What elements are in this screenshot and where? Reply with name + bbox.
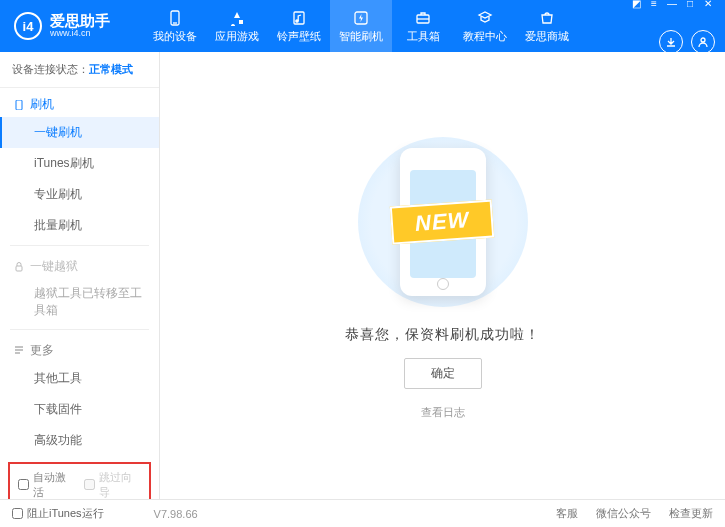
svg-rect-9 — [16, 266, 22, 271]
nav-tutorial[interactable]: 教程中心 — [454, 0, 516, 52]
window-controls: ◩ ≡ — □ ✕ — [629, 0, 715, 8]
svg-point-7 — [701, 38, 705, 42]
nav-toolbox[interactable]: 工具箱 — [392, 0, 454, 52]
section-more[interactable]: 更多 — [0, 334, 159, 363]
logo-icon: i4 — [14, 12, 42, 40]
footer-support[interactable]: 客服 — [556, 506, 578, 521]
options-highlighted: 自动激活 跳过向导 — [8, 462, 151, 499]
svg-rect-8 — [16, 100, 22, 110]
success-message: 恭喜您，保资料刷机成功啦！ — [345, 326, 540, 344]
nav-store[interactable]: 爱思商城 — [516, 0, 578, 52]
skin-icon[interactable]: ◩ — [629, 0, 643, 8]
app-title: 爱思助手 — [50, 13, 110, 30]
minimize-button[interactable]: — — [665, 0, 679, 8]
version-label: V7.98.66 — [154, 508, 198, 520]
svg-rect-2 — [294, 12, 304, 24]
nav-apps[interactable]: 应用游戏 — [206, 0, 268, 52]
menu-icon[interactable]: ≡ — [647, 0, 661, 8]
lock-icon — [14, 262, 24, 272]
checkbox-auto-activate[interactable]: 自动激活 — [18, 470, 76, 499]
list-icon — [14, 345, 24, 355]
sidebar-item-batch[interactable]: 批量刷机 — [0, 210, 159, 241]
success-illustration: NEW — [343, 132, 543, 312]
maximize-button[interactable]: □ — [683, 0, 697, 8]
sidebar-item-itunes[interactable]: iTunes刷机 — [0, 148, 159, 179]
sidebar-item-pro[interactable]: 专业刷机 — [0, 179, 159, 210]
section-jailbreak: 一键越狱 — [0, 250, 159, 279]
footer-check-update[interactable]: 检查更新 — [669, 506, 713, 521]
main-content: NEW 恭喜您，保资料刷机成功啦！ 确定 查看日志 — [160, 52, 725, 499]
tutorial-icon — [476, 9, 494, 27]
nav-ringtone[interactable]: 铃声壁纸 — [268, 0, 330, 52]
device-icon — [166, 9, 184, 27]
sidebar: 设备连接状态：正常模式 刷机 一键刷机 iTunes刷机 专业刷机 批量刷机 一… — [0, 52, 160, 499]
sidebar-item-jailbreak-moved: 越狱工具已转移至工具箱 — [0, 279, 159, 325]
close-button[interactable]: ✕ — [701, 0, 715, 8]
footer-wechat[interactable]: 微信公众号 — [596, 506, 651, 521]
nav-my-device[interactable]: 我的设备 — [144, 0, 206, 52]
ok-button[interactable]: 确定 — [404, 358, 482, 389]
user-button[interactable] — [691, 30, 715, 54]
top-nav: 我的设备 应用游戏 铃声壁纸 智能刷机 工具箱 教程中心 爱思商城 — [144, 0, 578, 52]
section-flash[interactable]: 刷机 — [0, 88, 159, 117]
download-button[interactable] — [659, 30, 683, 54]
store-icon — [538, 9, 556, 27]
new-ribbon: NEW — [390, 199, 495, 244]
connection-status: 设备连接状态：正常模式 — [0, 52, 159, 88]
sidebar-item-other-tools[interactable]: 其他工具 — [0, 363, 159, 394]
checkbox-skip-guide[interactable]: 跳过向导 — [84, 470, 142, 499]
sidebar-item-download-fw[interactable]: 下载固件 — [0, 394, 159, 425]
app-logo: i4 爱思助手 www.i4.cn — [0, 12, 124, 40]
view-log-link[interactable]: 查看日志 — [421, 405, 465, 420]
toolbox-icon — [414, 9, 432, 27]
music-icon — [290, 9, 308, 27]
apps-icon — [228, 9, 246, 27]
flash-icon — [352, 9, 370, 27]
footer: 阻止iTunes运行 V7.98.66 客服 微信公众号 检查更新 — [0, 499, 725, 527]
nav-flash[interactable]: 智能刷机 — [330, 0, 392, 52]
titlebar: i4 爱思助手 www.i4.cn 我的设备 应用游戏 铃声壁纸 智能刷机 工具… — [0, 0, 725, 52]
sidebar-item-advanced[interactable]: 高级功能 — [0, 425, 159, 456]
checkbox-block-itunes[interactable]: 阻止iTunes运行 — [12, 506, 104, 521]
phone-icon — [14, 100, 24, 110]
app-subtitle: www.i4.cn — [50, 29, 110, 39]
sidebar-item-oneclick[interactable]: 一键刷机 — [0, 117, 159, 148]
